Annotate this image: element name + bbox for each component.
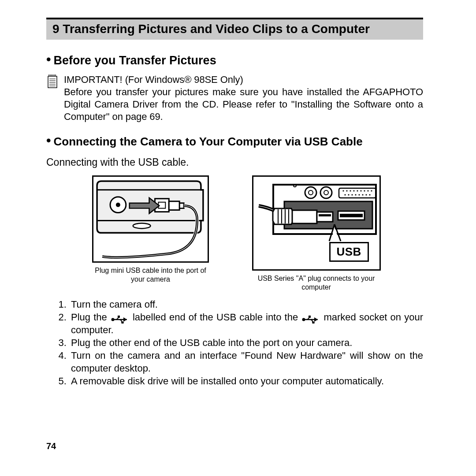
connecting-caption: Connecting with the USB cable.	[46, 156, 423, 168]
svg-point-1	[116, 202, 120, 207]
note-heading: IMPORTANT! (For Windows® 98SE Only)	[64, 74, 423, 86]
computer-caption: USB Series "A" plug connects to your com…	[255, 274, 378, 292]
step-2-text-b: labelled end of the USB cable into the	[133, 312, 301, 323]
section-connecting-usb: •Connecting the Camera to Your Computer …	[46, 133, 423, 149]
notepad-icon	[46, 74, 60, 92]
svg-rect-29	[292, 210, 317, 223]
important-note: IMPORTANT! (For Windows® 98SE Only) Befo…	[46, 74, 423, 123]
bullet-icon: •	[46, 52, 54, 67]
svg-point-11	[350, 190, 351, 191]
usb-trident-icon	[110, 314, 130, 322]
usb-trident-icon	[301, 314, 320, 322]
svg-rect-30	[317, 212, 333, 222]
chapter-title: 9 Transferring Pictures and Video Clips …	[46, 18, 423, 40]
section2-title: Connecting the Camera to Your Computer v…	[54, 135, 363, 148]
svg-point-9	[342, 190, 344, 191]
svg-rect-28	[340, 214, 363, 217]
svg-point-14	[360, 190, 361, 191]
svg-point-25	[369, 194, 370, 195]
svg-rect-31	[319, 214, 331, 216]
svg-point-2	[133, 223, 151, 228]
usb-label: USB	[329, 242, 369, 262]
svg-rect-34	[118, 316, 120, 318]
svg-point-18	[344, 194, 346, 195]
svg-point-17	[371, 190, 372, 191]
step-3-text: Plug the other end of the USB cable into…	[71, 337, 352, 348]
svg-point-24	[365, 194, 367, 195]
svg-point-5	[305, 187, 316, 198]
svg-point-22	[358, 194, 360, 195]
chapter-title-text: Transferring Pictures and Video Clips to…	[63, 22, 370, 36]
bullet-icon: •	[46, 133, 54, 148]
step-4-text: Turn on the camera and an interface "Fou…	[71, 350, 423, 374]
step-3: Plug the other end of the USB cable into…	[69, 336, 423, 349]
svg-point-19	[348, 194, 349, 195]
note-body: Before you transfer your pictures make s…	[64, 86, 423, 122]
camera-illustration	[92, 175, 209, 263]
svg-point-7	[309, 190, 313, 195]
section-before-transfer: •Before you Transfer Pictures	[46, 52, 423, 67]
svg-point-8	[324, 190, 328, 195]
step-5: A removable disk drive will be installed…	[69, 375, 423, 387]
svg-point-16	[367, 190, 368, 191]
svg-point-12	[353, 190, 354, 191]
figure-row: Plug mini USB cable into the port of you…	[46, 175, 423, 292]
computer-illustration: USB	[252, 175, 381, 271]
section1-title: Before you Transfer Pictures	[54, 54, 216, 67]
svg-rect-37	[309, 316, 311, 318]
svg-point-23	[362, 194, 363, 195]
figure-camera: Plug mini USB cable into the port of you…	[89, 175, 212, 292]
svg-point-15	[364, 190, 365, 191]
page-number: 74	[46, 441, 56, 451]
step-list: Turn the camera off. Plug the labelled e…	[46, 298, 423, 387]
svg-point-13	[357, 190, 358, 191]
step-1-text: Turn the camera off.	[71, 299, 158, 310]
svg-point-21	[355, 194, 356, 195]
step-2-text-a: Plug the	[71, 312, 110, 323]
step-5-text: A removable disk drive will be installed…	[71, 376, 384, 387]
step-1: Turn the camera off.	[69, 298, 423, 311]
step-4: Turn on the camera and an interface "Fou…	[69, 349, 423, 375]
chapter-number: 9	[52, 22, 60, 36]
camera-caption: Plug mini USB cable into the port of you…	[89, 266, 212, 284]
step-2: Plug the labelled end of the USB cable i…	[69, 311, 423, 336]
figure-computer: USB USB Series "A" plug connects to your…	[252, 175, 381, 292]
svg-point-20	[351, 194, 353, 195]
svg-point-6	[320, 187, 332, 198]
svg-point-10	[346, 190, 347, 191]
